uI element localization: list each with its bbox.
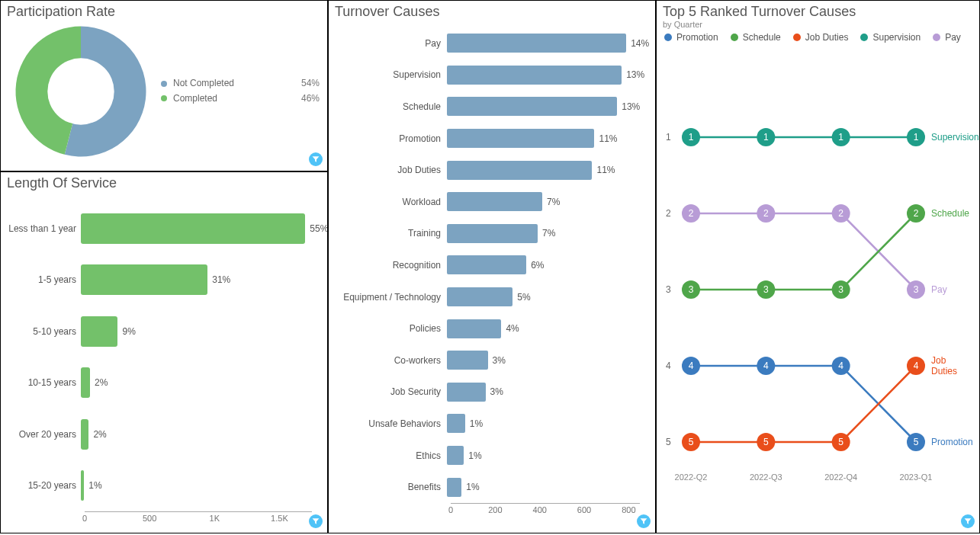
bump-node-label: 5 <box>838 437 843 447</box>
legend-dot-icon <box>664 34 672 41</box>
legend-row[interactable]: Not Completed54% <box>161 76 320 91</box>
los-bar[interactable] <box>81 419 88 450</box>
length-of-service-chart: Less than 1 year55%1-5 years31%5-10 year… <box>1 191 327 530</box>
turnover-bar[interactable] <box>447 192 542 211</box>
turnover-row: Training7% <box>336 221 640 245</box>
turnover-row: Workload7% <box>336 190 640 214</box>
turnover-bar[interactable] <box>447 383 486 402</box>
bump-node-label: 3 <box>838 284 843 295</box>
bump-node-label: 4 <box>689 360 694 371</box>
series-end-label: Schedule <box>931 208 969 219</box>
los-value-label: 2% <box>93 429 106 440</box>
turnover-category-label: Recognition <box>336 260 447 271</box>
los-value-label: 1% <box>88 480 101 491</box>
turnover-bar[interactable] <box>447 446 464 465</box>
legend-item[interactable]: Promotion <box>664 32 718 43</box>
turnover-bar[interactable] <box>447 224 538 243</box>
los-bar[interactable] <box>81 264 207 295</box>
los-bar-area: 2% <box>81 367 312 398</box>
bump-line[interactable] <box>691 213 916 290</box>
turnover-value-label: 3% <box>493 355 506 366</box>
turnover-bar-area: 1% <box>447 478 640 497</box>
turnover-bar[interactable] <box>447 97 617 116</box>
turnover-bar-area: 4% <box>447 319 640 338</box>
legend-item[interactable]: Schedule <box>731 32 781 43</box>
turnover-bar-area: 3% <box>447 383 640 402</box>
filter-icon[interactable] <box>309 152 323 166</box>
rank-axis-label: 3 <box>666 284 671 295</box>
turnover-bar-area: 1% <box>447 446 640 465</box>
turnover-bar-area: 7% <box>447 224 640 243</box>
turnover-bar[interactable] <box>447 129 594 148</box>
turnover-value-label: 5% <box>517 292 530 303</box>
legend-dot-icon <box>793 34 801 41</box>
turnover-row: Promotion11% <box>336 127 640 151</box>
turnover-value-label: 13% <box>622 101 640 112</box>
legend-item[interactable]: Supervision <box>860 32 921 43</box>
panel-title: Length Of Service <box>1 172 327 191</box>
filter-icon[interactable] <box>637 514 651 528</box>
legend-item[interactable]: Pay <box>933 32 961 43</box>
turnover-category-label: Schedule <box>336 101 447 112</box>
turnover-bar[interactable] <box>447 161 592 180</box>
turnover-category-label: Pay <box>336 38 447 49</box>
bump-node-label: 1 <box>838 132 843 143</box>
panel-length-of-service: Length Of Service Less than 1 year55%1-5… <box>0 171 328 533</box>
bump-node-label: 1 <box>689 132 694 143</box>
bump-line[interactable] <box>691 366 916 442</box>
bump-node-label: 1 <box>914 132 919 143</box>
turnover-row: Policies4% <box>336 316 640 341</box>
los-row: 5-10 years9% <box>8 312 312 351</box>
turnover-bar[interactable] <box>447 478 461 497</box>
legend-item[interactable]: Job Duties <box>793 32 849 43</box>
bump-node-label: 4 <box>838 360 843 371</box>
donut-chart: Not Completed54%Completed46% <box>1 20 327 168</box>
turnover-category-label: Training <box>336 228 447 239</box>
legend-dot-icon <box>933 34 940 41</box>
bump-node-label: 2 <box>763 208 769 219</box>
bump-node-label: 3 <box>689 284 694 295</box>
bump-legend: PromotionScheduleJob DutiesSupervisionPa… <box>657 29 979 46</box>
turnover-bar[interactable] <box>447 414 465 433</box>
los-bar[interactable] <box>81 213 305 244</box>
turnover-row: Job Duties11% <box>336 158 640 182</box>
filter-icon[interactable] <box>961 514 975 528</box>
turnover-row: Supervision13% <box>336 62 640 87</box>
bump-line[interactable] <box>691 366 916 442</box>
legend-label: Promotion <box>676 32 718 43</box>
los-bar[interactable] <box>81 470 84 501</box>
turnover-bar[interactable] <box>447 351 488 370</box>
los-bar[interactable] <box>81 367 90 398</box>
panel-turnover-causes: Turnover Causes Pay14%Supervision13%Sche… <box>328 0 656 533</box>
legend-dot-icon <box>161 95 167 101</box>
los-category-label: 1-5 years <box>8 274 81 285</box>
series-end-label: Pay <box>931 284 947 295</box>
los-value-label: 2% <box>95 377 108 388</box>
los-bar[interactable] <box>81 316 117 347</box>
dashboard: Participation Rate Not Completed54%Compl… <box>0 0 980 535</box>
los-value-label: 31% <box>212 274 230 285</box>
turnover-bar-area: 6% <box>447 255 640 274</box>
los-bar-area: 1% <box>81 470 312 501</box>
panel-title: Turnover Causes <box>329 1 655 20</box>
turnover-bar[interactable] <box>447 255 526 274</box>
series-end-label: Promotion <box>931 437 973 447</box>
los-category-label: 10-15 years <box>8 377 81 388</box>
legend-label: Schedule <box>743 32 781 43</box>
turnover-category-label: Equipment / Technology <box>336 292 447 303</box>
los-bar-area: 55% <box>81 213 312 244</box>
bump-node-label: 2 <box>689 208 694 219</box>
legend-row[interactable]: Completed46% <box>161 91 320 106</box>
turnover-bar[interactable] <box>447 66 622 85</box>
turnover-bar[interactable] <box>447 287 512 306</box>
rank-axis-label: 2 <box>666 208 671 219</box>
filter-icon[interactable] <box>309 514 323 528</box>
turnover-category-label: Ethics <box>336 450 447 461</box>
turnover-bar-area: 5% <box>447 287 640 306</box>
turnover-bar-area: 11% <box>447 129 640 148</box>
legend-label: Job Duties <box>805 32 849 43</box>
turnover-value-label: 7% <box>547 197 560 207</box>
turnover-bar[interactable] <box>447 34 626 53</box>
turnover-bar[interactable] <box>447 319 501 338</box>
bump-line[interactable] <box>691 213 916 290</box>
